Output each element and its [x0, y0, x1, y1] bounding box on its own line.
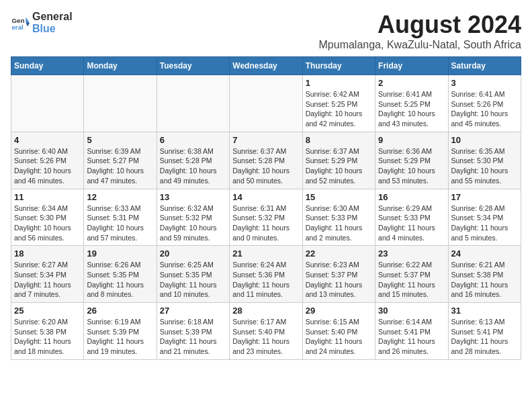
day-number: 7 — [232, 135, 299, 145]
day-info: Sunrise: 6:14 AM Sunset: 5:41 PM Dayligh… — [378, 317, 445, 357]
header-friday: Friday — [375, 57, 448, 75]
calendar-cell: 20Sunrise: 6:25 AM Sunset: 5:35 PM Dayli… — [157, 246, 229, 303]
calendar-cell: 23Sunrise: 6:22 AM Sunset: 5:37 PM Dayli… — [375, 246, 448, 303]
day-info: Sunrise: 6:38 AM Sunset: 5:28 PM Dayligh… — [160, 146, 226, 186]
day-info: Sunrise: 6:13 AM Sunset: 5:41 PM Dayligh… — [451, 317, 518, 357]
day-info: Sunrise: 6:41 AM Sunset: 5:25 PM Dayligh… — [378, 89, 445, 129]
calendar-cell: 22Sunrise: 6:23 AM Sunset: 5:37 PM Dayli… — [302, 246, 375, 303]
day-info: Sunrise: 6:19 AM Sunset: 5:39 PM Dayligh… — [87, 317, 153, 357]
day-info: Sunrise: 6:42 AM Sunset: 5:25 PM Dayligh… — [306, 89, 372, 129]
calendar-cell: 9Sunrise: 6:36 AM Sunset: 5:29 PM Daylig… — [375, 132, 448, 189]
day-number: 20 — [160, 248, 226, 259]
day-info: Sunrise: 6:33 AM Sunset: 5:31 PM Dayligh… — [87, 203, 153, 243]
day-info: Sunrise: 6:23 AM Sunset: 5:37 PM Dayligh… — [306, 260, 372, 300]
header-wednesday: Wednesday — [230, 57, 302, 75]
subtitle: Mpumalanga, KwaZulu-Natal, South Africa — [319, 39, 521, 51]
day-info: Sunrise: 6:39 AM Sunset: 5:27 PM Dayligh… — [87, 146, 153, 186]
day-number: 24 — [451, 248, 518, 259]
day-info: Sunrise: 6:37 AM Sunset: 5:29 PM Dayligh… — [306, 146, 372, 186]
day-number: 11 — [14, 192, 81, 202]
header-saturday: Saturday — [448, 57, 521, 75]
calendar-cell: 27Sunrise: 6:18 AM Sunset: 5:39 PM Dayli… — [157, 303, 229, 360]
day-number: 2 — [378, 78, 445, 88]
calendar-cell: 18Sunrise: 6:27 AM Sunset: 5:34 PM Dayli… — [11, 246, 84, 303]
day-number: 10 — [451, 135, 518, 145]
day-number: 1 — [306, 78, 372, 88]
day-number: 16 — [378, 192, 445, 202]
day-info: Sunrise: 6:25 AM Sunset: 5:35 PM Dayligh… — [160, 260, 226, 300]
day-info: Sunrise: 6:31 AM Sunset: 5:32 PM Dayligh… — [232, 203, 299, 243]
week-row-2: 4Sunrise: 6:40 AM Sunset: 5:26 PM Daylig… — [11, 132, 521, 189]
calendar-cell: 14Sunrise: 6:31 AM Sunset: 5:32 PM Dayli… — [230, 189, 302, 246]
calendar-cell: 30Sunrise: 6:14 AM Sunset: 5:41 PM Dayli… — [375, 303, 448, 360]
day-number: 30 — [378, 306, 445, 316]
day-number: 18 — [14, 248, 81, 259]
day-info: Sunrise: 6:41 AM Sunset: 5:26 PM Dayligh… — [451, 89, 518, 129]
calendar-cell: 3Sunrise: 6:41 AM Sunset: 5:26 PM Daylig… — [448, 75, 521, 132]
day-info: Sunrise: 6:22 AM Sunset: 5:37 PM Dayligh… — [378, 260, 445, 300]
calendar-cell: 4Sunrise: 6:40 AM Sunset: 5:26 PM Daylig… — [11, 132, 84, 189]
day-info: Sunrise: 6:21 AM Sunset: 5:38 PM Dayligh… — [451, 260, 518, 300]
calendar-cell: 24Sunrise: 6:21 AM Sunset: 5:38 PM Dayli… — [448, 246, 521, 303]
calendar-header: SundayMondayTuesdayWednesdayThursdayFrid… — [11, 57, 521, 75]
week-row-3: 11Sunrise: 6:34 AM Sunset: 5:30 PM Dayli… — [11, 189, 521, 246]
day-number: 17 — [451, 192, 518, 202]
day-number: 13 — [160, 192, 226, 202]
calendar-cell: 11Sunrise: 6:34 AM Sunset: 5:30 PM Dayli… — [11, 189, 84, 246]
calendar-cell: 19Sunrise: 6:26 AM Sunset: 5:35 PM Dayli… — [84, 246, 157, 303]
logo: Gen eral General Blue — [11, 11, 73, 34]
day-number: 5 — [87, 135, 153, 145]
title-block: August 2024 Mpumalanga, KwaZulu-Natal, S… — [319, 11, 521, 51]
day-info: Sunrise: 6:17 AM Sunset: 5:40 PM Dayligh… — [232, 317, 299, 357]
day-info: Sunrise: 6:24 AM Sunset: 5:36 PM Dayligh… — [232, 260, 299, 300]
calendar-cell: 17Sunrise: 6:28 AM Sunset: 5:34 PM Dayli… — [448, 189, 521, 246]
day-number: 28 — [232, 306, 299, 316]
day-info: Sunrise: 6:30 AM Sunset: 5:33 PM Dayligh… — [306, 203, 372, 243]
calendar-table: SundayMondayTuesdayWednesdayThursdayFrid… — [11, 56, 521, 360]
day-number: 15 — [306, 192, 372, 202]
day-number: 29 — [306, 306, 372, 316]
day-info: Sunrise: 6:20 AM Sunset: 5:38 PM Dayligh… — [14, 317, 81, 357]
day-info: Sunrise: 6:40 AM Sunset: 5:26 PM Dayligh… — [14, 146, 81, 186]
calendar-cell: 15Sunrise: 6:30 AM Sunset: 5:33 PM Dayli… — [302, 189, 375, 246]
calendar-cell — [84, 75, 157, 132]
day-number: 3 — [451, 78, 518, 88]
calendar-cell: 28Sunrise: 6:17 AM Sunset: 5:40 PM Dayli… — [230, 303, 302, 360]
day-info: Sunrise: 6:32 AM Sunset: 5:32 PM Dayligh… — [160, 203, 226, 243]
day-info: Sunrise: 6:26 AM Sunset: 5:35 PM Dayligh… — [87, 260, 153, 300]
calendar-cell — [230, 75, 302, 132]
calendar-cell: 7Sunrise: 6:37 AM Sunset: 5:28 PM Daylig… — [230, 132, 302, 189]
day-info: Sunrise: 6:29 AM Sunset: 5:33 PM Dayligh… — [378, 203, 445, 243]
calendar-cell — [157, 75, 229, 132]
logo-general: General — [32, 11, 73, 23]
calendar-cell: 12Sunrise: 6:33 AM Sunset: 5:31 PM Dayli… — [84, 189, 157, 246]
day-info: Sunrise: 6:18 AM Sunset: 5:39 PM Dayligh… — [160, 317, 226, 357]
header-sunday: Sunday — [11, 57, 84, 75]
day-number: 27 — [160, 306, 226, 316]
day-number: 19 — [87, 248, 153, 259]
svg-marker-2 — [26, 17, 30, 22]
day-info: Sunrise: 6:15 AM Sunset: 5:40 PM Dayligh… — [306, 317, 372, 357]
calendar-cell: 21Sunrise: 6:24 AM Sunset: 5:36 PM Dayli… — [230, 246, 302, 303]
calendar-cell: 26Sunrise: 6:19 AM Sunset: 5:39 PM Dayli… — [84, 303, 157, 360]
day-number: 14 — [232, 192, 299, 202]
day-number: 21 — [232, 248, 299, 259]
day-number: 4 — [14, 135, 81, 145]
week-row-5: 25Sunrise: 6:20 AM Sunset: 5:38 PM Dayli… — [11, 303, 521, 360]
calendar-cell: 6Sunrise: 6:38 AM Sunset: 5:28 PM Daylig… — [157, 132, 229, 189]
week-row-1: 1Sunrise: 6:42 AM Sunset: 5:25 PM Daylig… — [11, 75, 521, 132]
day-number: 9 — [378, 135, 445, 145]
calendar-cell: 5Sunrise: 6:39 AM Sunset: 5:27 PM Daylig… — [84, 132, 157, 189]
main-title: August 2024 — [319, 11, 521, 39]
day-number: 26 — [87, 306, 153, 316]
calendar-cell: 10Sunrise: 6:35 AM Sunset: 5:30 PM Dayli… — [448, 132, 521, 189]
day-number: 23 — [378, 248, 445, 259]
calendar-cell: 16Sunrise: 6:29 AM Sunset: 5:33 PM Dayli… — [375, 189, 448, 246]
day-number: 31 — [451, 306, 518, 316]
day-number: 8 — [306, 135, 372, 145]
calendar-cell: 25Sunrise: 6:20 AM Sunset: 5:38 PM Dayli… — [11, 303, 84, 360]
header-thursday: Thursday — [302, 57, 375, 75]
header-row: SundayMondayTuesdayWednesdayThursdayFrid… — [11, 57, 521, 75]
logo-icon: Gen eral — [11, 13, 30, 32]
header-monday: Monday — [84, 57, 157, 75]
